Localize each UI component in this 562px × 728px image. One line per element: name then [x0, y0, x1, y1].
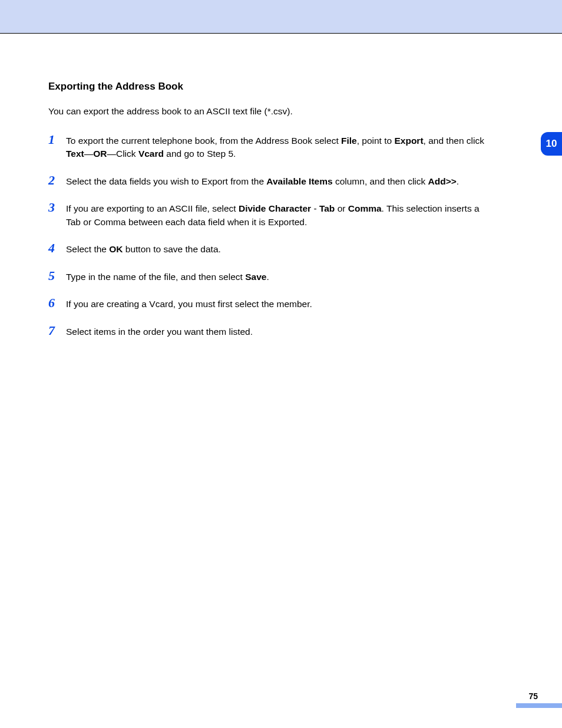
step-text: Select the OK button to save the data. [66, 242, 221, 256]
page-number: 75 [528, 691, 538, 701]
header-band [0, 0, 562, 33]
step-number: 7 [48, 324, 66, 337]
step-number: 3 [48, 201, 66, 214]
step-item: 4Select the OK button to save the data. [48, 242, 496, 256]
step-text: If you are exporting to an ASCII file, s… [66, 201, 496, 229]
step-number: 1 [48, 133, 66, 146]
step-text: Type in the name of the file, and then s… [66, 269, 269, 284]
step-number: 4 [48, 242, 66, 255]
step-number: 2 [48, 174, 66, 187]
page-content: Exporting the Address Book You can expor… [0, 34, 531, 338]
step-item: 3If you are exporting to an ASCII file, … [48, 201, 496, 229]
step-text: Select the data fields you wish to Expor… [66, 174, 459, 188]
step-number: 5 [48, 269, 66, 282]
step-list: 1To export the current telephone book, f… [48, 133, 496, 338]
section-tab: 10 [541, 132, 562, 156]
step-number: 6 [48, 297, 66, 309]
step-item: 1To export the current telephone book, f… [48, 133, 496, 161]
footer-accent-bar [516, 703, 562, 708]
section-heading: Exporting the Address Book [48, 81, 496, 93]
step-item: 5Type in the name of the file, and then … [48, 269, 496, 284]
step-text: If you are creating a Vcard, you must fi… [66, 297, 312, 311]
intro-paragraph: You can export the address book to an AS… [48, 106, 496, 118]
step-item: 7Select items in the order you want them… [48, 324, 496, 338]
step-text: Select items in the order you want them … [66, 324, 253, 338]
step-item: 2Select the data fields you wish to Expo… [48, 174, 496, 188]
step-item: 6If you are creating a Vcard, you must f… [48, 297, 496, 311]
step-text: To export the current telephone book, fr… [66, 133, 496, 161]
